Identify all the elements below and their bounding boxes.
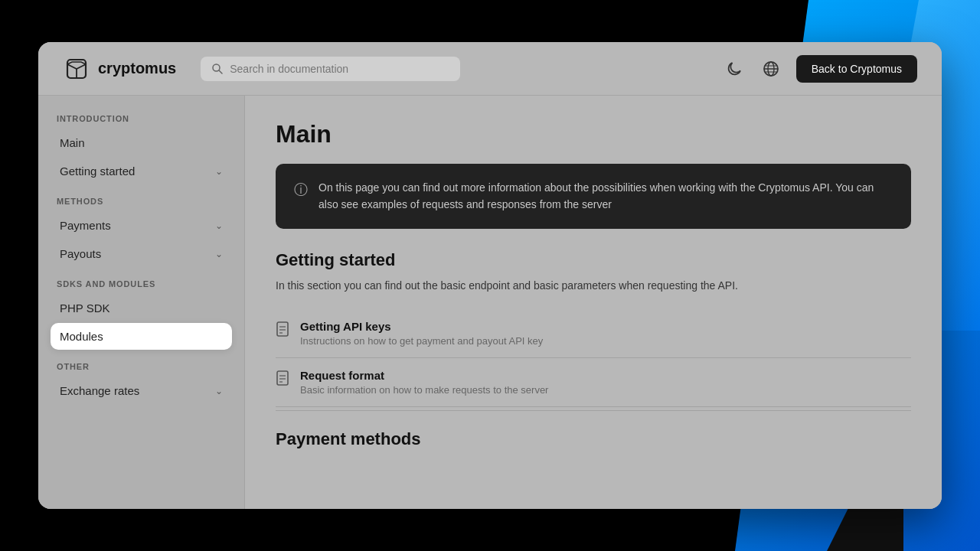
sidebar-section-methods: METHODS xyxy=(51,197,232,206)
doc-item-request-format-content: Request format Basic information on how … xyxy=(300,369,548,396)
chevron-down-icon: ⌄ xyxy=(215,220,223,231)
logo-text: cryptomus xyxy=(98,60,176,77)
sidebar-item-php-sdk-label: PHP SDK xyxy=(60,302,110,315)
info-box: ⓘ On this page you can find out more inf… xyxy=(276,164,911,229)
sidebar-item-getting-started-label: Getting started xyxy=(60,165,135,178)
payment-methods-title: Payment methods xyxy=(276,429,911,449)
header-icons: Back to Cryptomus xyxy=(723,55,917,83)
body: INTRODUCTION Main Getting started ⌄ METH… xyxy=(38,96,942,509)
back-to-cryptomus-button[interactable]: Back to Cryptomus xyxy=(796,55,917,83)
sidebar-item-payouts[interactable]: Payouts ⌄ xyxy=(51,240,232,267)
info-icon: ⓘ xyxy=(294,181,308,199)
chevron-down-icon: ⌄ xyxy=(215,166,223,177)
chevron-down-icon: ⌄ xyxy=(215,386,223,396)
header: cryptomus xyxy=(38,42,942,96)
doc-item-api-keys[interactable]: Getting API keys Instructions on how to … xyxy=(276,309,911,358)
page-title: Main xyxy=(276,120,911,148)
document-icon xyxy=(276,321,289,341)
svg-rect-13 xyxy=(277,371,288,385)
doc-item-request-format[interactable]: Request format Basic information on how … xyxy=(276,358,911,407)
svg-line-3 xyxy=(219,70,222,73)
sidebar-section-sdks: SDKS AND MODULES xyxy=(51,279,232,289)
sidebar-section-introduction: INTRODUCTION xyxy=(51,114,232,123)
document-icon xyxy=(276,370,289,390)
sidebar-item-exchange-rates[interactable]: Exchange rates ⌄ xyxy=(51,377,232,404)
logo-icon xyxy=(63,55,90,83)
doc-item-request-format-title: Request format xyxy=(300,369,548,382)
logo[interactable]: cryptomus xyxy=(63,55,176,83)
moon-icon xyxy=(726,60,743,77)
sidebar: INTRODUCTION Main Getting started ⌄ METH… xyxy=(38,96,245,509)
getting-started-desc: In this section you can find out the bas… xyxy=(276,278,911,294)
sidebar-item-payments-label: Payments xyxy=(60,219,111,232)
sidebar-item-payments[interactable]: Payments ⌄ xyxy=(51,212,232,239)
app-window: cryptomus xyxy=(38,42,942,509)
search-bar[interactable] xyxy=(201,57,460,81)
svg-rect-9 xyxy=(277,322,288,336)
sidebar-item-payouts-label: Payouts xyxy=(60,247,101,260)
info-text: On this page you can find out more infor… xyxy=(318,179,893,214)
sidebar-item-modules[interactable]: Modules xyxy=(51,323,232,350)
doc-item-api-keys-title: Getting API keys xyxy=(300,320,543,333)
main-content: Main ⓘ On this page you can find out mor… xyxy=(245,96,942,509)
sidebar-item-main[interactable]: Main xyxy=(51,129,232,156)
sidebar-item-modules-label: Modules xyxy=(60,330,103,343)
search-input[interactable] xyxy=(230,63,449,75)
doc-item-api-keys-content: Getting API keys Instructions on how to … xyxy=(300,320,543,347)
sidebar-section-other: OTHER xyxy=(51,362,232,371)
sidebar-item-getting-started[interactable]: Getting started ⌄ xyxy=(51,158,232,184)
doc-item-api-keys-desc: Instructions on how to get payment and p… xyxy=(300,335,543,347)
section-divider xyxy=(276,410,911,411)
chevron-down-icon: ⌄ xyxy=(215,249,223,259)
search-icon xyxy=(211,63,224,75)
sidebar-item-php-sdk[interactable]: PHP SDK xyxy=(51,295,232,321)
dark-mode-button[interactable] xyxy=(723,57,746,80)
doc-item-request-format-desc: Basic information on how to make request… xyxy=(300,384,548,396)
globe-icon xyxy=(763,60,779,77)
getting-started-title: Getting started xyxy=(276,250,911,270)
sidebar-item-main-label: Main xyxy=(60,136,85,149)
sidebar-item-exchange-rates-label: Exchange rates xyxy=(60,384,139,397)
language-button[interactable] xyxy=(760,57,782,80)
